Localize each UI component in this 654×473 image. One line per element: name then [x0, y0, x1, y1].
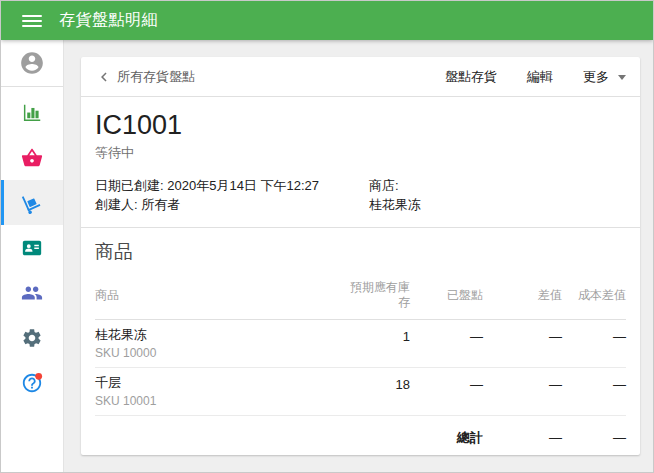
count-id-title: IC1001 [95, 110, 626, 140]
hamburger-menu-icon[interactable] [22, 15, 42, 27]
product-name: 千层 [95, 375, 340, 391]
edit-button[interactable]: 編輯 [527, 68, 553, 86]
hand-truck-icon [21, 192, 43, 214]
inventory-count-card: 所有存貨盤點 盤點存貨 編輯 更多 [81, 57, 640, 455]
basket-icon [21, 147, 43, 169]
count-stock-button[interactable]: 盤點存貨 [445, 68, 497, 86]
card-toolbar: 所有存貨盤點 盤點存貨 編輯 更多 [81, 57, 640, 97]
help-icon [21, 372, 43, 394]
col-product: 商品 [95, 288, 340, 303]
caret-down-icon [618, 75, 626, 80]
col-difference: 差值 [483, 288, 562, 303]
title-block: IC1001 等待中 [81, 97, 640, 162]
table-header-row: 商品 預期應有庫存 已盤點 差值 成本差值 [95, 264, 626, 320]
sidebar-nav [1, 87, 63, 405]
col-cost-difference: 成本差值 [562, 288, 626, 303]
product-name-cell: 桂花果冻SKU 10000 [95, 320, 340, 367]
col-counted: 已盤點 [410, 288, 483, 303]
account-circle-icon [19, 50, 45, 76]
table-total-row: 總計 — — [95, 416, 626, 455]
created-by-line: 創建人: 所有者 [95, 195, 369, 214]
cost-difference-cell: — [562, 320, 626, 350]
sidebar-item-employees[interactable] [1, 225, 63, 270]
products-section-title: 商品 [81, 228, 640, 264]
app-window: 存貨盤點明細 所有存貨盤點 [0, 0, 654, 473]
product-name: 桂花果冻 [95, 327, 340, 343]
expected-stock-cell: 18 [340, 368, 410, 398]
products-table: 商品 預期應有庫存 已盤點 差值 成本差值 桂花果冻SKU 100001———千… [95, 264, 626, 455]
sidebar-item-inventory[interactable] [1, 180, 63, 225]
sidebar-item-customers[interactable] [1, 270, 63, 315]
breadcrumb-back[interactable]: 所有存貨盤點 [95, 68, 195, 86]
total-cost-difference: — [562, 430, 626, 445]
total-label: 總計 [410, 429, 483, 447]
sidebar-item-items[interactable] [1, 135, 63, 180]
expected-stock-cell: 1 [340, 320, 410, 350]
gear-icon [21, 327, 43, 349]
difference-cell: — [483, 368, 562, 398]
breadcrumb-label: 所有存貨盤點 [117, 68, 195, 86]
created-date-line: 日期已創建: 2020年5月14日 下午12:27 [95, 176, 369, 195]
people-icon [21, 282, 43, 304]
sidebar [1, 40, 64, 472]
product-sku: SKU 10000 [95, 346, 340, 361]
status-text: 等待中 [95, 144, 626, 162]
sidebar-item-help[interactable] [1, 360, 63, 405]
table-row[interactable]: 桂花果冻SKU 100001——— [95, 320, 626, 368]
col-expected-stock: 預期應有庫存 [340, 280, 410, 310]
chevron-left-icon [95, 68, 113, 86]
counted-cell: — [410, 320, 483, 350]
product-table-body: 桂花果冻SKU 100001———千层SKU 1000118——— [95, 320, 626, 416]
bar-chart-icon [21, 102, 43, 124]
difference-cell: — [483, 320, 562, 350]
main-layout: 所有存貨盤點 盤點存貨 編輯 更多 [1, 40, 653, 472]
counted-cell: — [410, 368, 483, 398]
more-button[interactable]: 更多 [583, 68, 626, 86]
table-row[interactable]: 千层SKU 1000118——— [95, 368, 626, 416]
meta-block: 日期已創建: 2020年5月14日 下午12:27 創建人: 所有者 商店: 桂… [81, 162, 640, 227]
total-difference: — [483, 430, 562, 445]
store-label: 商店: [369, 176, 421, 195]
contact-card-icon [21, 237, 43, 259]
sidebar-item-reports[interactable] [1, 90, 63, 135]
content-area: 所有存貨盤點 盤點存貨 編輯 更多 [64, 40, 653, 472]
sidebar-item-settings[interactable] [1, 315, 63, 360]
app-header: 存貨盤點明細 [1, 1, 653, 40]
store-name: 桂花果冻 [369, 195, 421, 214]
toolbar-actions: 盤點存貨 編輯 更多 [445, 68, 626, 86]
avatar[interactable] [1, 40, 63, 87]
meta-left: 日期已創建: 2020年5月14日 下午12:27 創建人: 所有者 [95, 176, 369, 214]
product-sku: SKU 10001 [95, 394, 340, 409]
page-title: 存貨盤點明細 [59, 10, 158, 31]
meta-right: 商店: 桂花果冻 [369, 176, 421, 214]
cost-difference-cell: — [562, 368, 626, 398]
product-name-cell: 千层SKU 10001 [95, 368, 340, 415]
